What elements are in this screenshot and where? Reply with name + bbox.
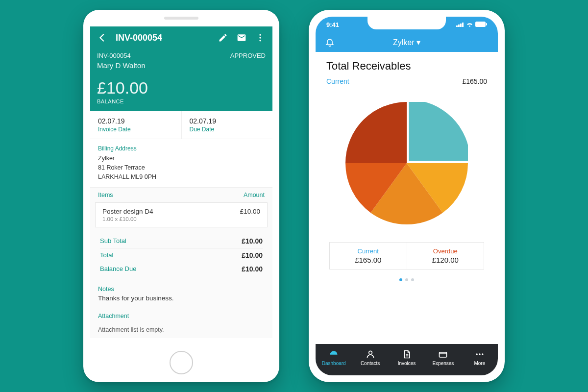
due-date-label: Due Date: [190, 126, 265, 133]
subtotal-label: Sub Total: [100, 237, 126, 245]
billing-line: LARKHALL ML9 0PH: [98, 172, 265, 182]
svg-point-11: [476, 353, 477, 355]
box-current[interactable]: Current £165.00: [330, 243, 407, 269]
back-icon[interactable]: [97, 32, 108, 43]
invoice-header: INV-000054 INV-000054 APPROVED Mary D Wa…: [90, 26, 272, 111]
tab-label: Invoices: [398, 361, 416, 366]
pie-svg: [345, 102, 468, 224]
page-title: Total Receivables: [326, 60, 487, 73]
ios-phone-frame: 9:41 Zylker ▾ Total Receivables Current …: [309, 10, 505, 382]
customer-name: Mary D Walton: [97, 61, 266, 70]
invoice-status: APPROVED: [230, 52, 266, 59]
attachment-empty: Attachment list is empty.: [90, 321, 272, 338]
item-name: Poster design D4: [102, 208, 153, 215]
mail-icon[interactable]: [236, 32, 247, 43]
svg-rect-10: [440, 352, 447, 357]
balance-label: BALANCE: [97, 98, 266, 104]
item-amount: £10.00: [240, 208, 260, 222]
items-header: Items Amount: [90, 188, 272, 202]
svg-point-9: [368, 351, 372, 354]
overflow-icon[interactable]: [255, 32, 266, 43]
total-amount: £10.00: [242, 251, 263, 259]
svg-rect-6: [462, 23, 464, 27]
svg-rect-3: [456, 25, 458, 27]
svg-point-2: [259, 40, 261, 41]
svg-rect-7: [475, 22, 486, 27]
total-label: Total: [100, 251, 113, 259]
android-phone-frame: INV-000054 INV-000054 APPROVED Mary D Wa…: [83, 10, 279, 382]
invoice-toolbar: INV-000054: [97, 32, 266, 43]
item-sub: 1.00 x £10.00: [102, 216, 153, 222]
subtotal-amount: £10.00: [242, 237, 263, 245]
box-overdue[interactable]: Overdue £120.00: [407, 243, 484, 269]
billing-line: Zylker: [98, 154, 265, 163]
svg-point-12: [479, 353, 480, 355]
invoice-date: 02.07.19: [98, 117, 173, 125]
status-time: 9:41: [326, 21, 339, 28]
tab-label: Dashboard: [322, 361, 346, 366]
tab-label: Contacts: [361, 361, 380, 366]
svg-point-13: [482, 353, 483, 355]
amount-label: Amount: [244, 192, 265, 198]
toolbar-title: INV-000054: [116, 33, 162, 43]
balance-amount: £10.00: [97, 78, 266, 98]
org-selector[interactable]: Zylker ▾: [393, 38, 420, 47]
invoice-date-label: Invoice Date: [98, 126, 173, 133]
svg-rect-4: [458, 24, 460, 27]
box-overdue-amount: £120.00: [409, 256, 482, 264]
line-item[interactable]: Poster design D4 1.00 x £10.00 £10.00: [95, 202, 268, 227]
balance-due-label: Balance Due: [100, 265, 136, 273]
receivables-summary: Current £165.00: [316, 74, 498, 87]
totals: Sub Total £10.00 Total £10.00 Balance Du…: [90, 227, 272, 279]
svg-point-0: [259, 34, 261, 36]
notch: [368, 17, 446, 29]
tab-label: More: [474, 361, 485, 366]
ios-screen: 9:41 Zylker ▾ Total Receivables Current …: [316, 17, 498, 375]
invoice-meta: INV-000054 APPROVED Mary D Walton £10.00…: [97, 52, 266, 104]
billing-line: 81 Roker Terrace: [98, 163, 265, 172]
tab-invoices[interactable]: Invoices: [389, 344, 425, 371]
svg-rect-5: [460, 24, 462, 27]
signal-icon: [456, 21, 464, 28]
billing-address: Billing Address Zylker 81 Roker Terrace …: [90, 139, 272, 188]
attachment-label: Attachment: [90, 306, 272, 321]
edit-icon[interactable]: [218, 32, 228, 43]
notes-text: Thanks for your business.: [90, 294, 272, 306]
receivables-boxes: Current £165.00 Overdue £120.00: [329, 242, 484, 270]
due-date: 02.07.19: [190, 117, 265, 125]
notes-label: Notes: [90, 279, 272, 294]
current-amount: £165.00: [462, 77, 487, 85]
tab-expenses[interactable]: Expenses: [425, 344, 461, 371]
invoice-dates: 02.07.19 Invoice Date 02.07.19 Due Date: [90, 111, 272, 139]
tab-more[interactable]: More: [462, 344, 498, 371]
current-label: Current: [326, 77, 349, 85]
box-overdue-label: Overdue: [409, 247, 482, 255]
ios-header: Zylker ▾: [316, 32, 498, 52]
box-current-label: Current: [332, 247, 405, 255]
wifi-icon: [466, 21, 473, 28]
tab-dashboard[interactable]: Dashboard: [316, 344, 352, 371]
tab-contacts[interactable]: Contacts: [352, 344, 388, 371]
tab-label: Expenses: [432, 361, 454, 366]
bell-icon[interactable]: [324, 37, 335, 48]
svg-point-1: [259, 37, 261, 38]
billing-label: Billing Address: [98, 144, 265, 153]
android-screen: INV-000054 INV-000054 APPROVED Mary D Wa…: [90, 26, 272, 358]
battery-icon: [475, 21, 487, 28]
ios-tabbar: Dashboard Contacts Invoices Expenses Mor…: [316, 344, 498, 375]
svg-rect-8: [486, 23, 487, 25]
items-label: Items: [98, 192, 113, 198]
invoice-number: INV-000054: [97, 52, 131, 59]
page-indicator: [316, 278, 498, 281]
balance-due-amount: £10.00: [242, 265, 263, 273]
invoice-body: 02.07.19 Invoice Date 02.07.19 Due Date …: [90, 111, 272, 338]
receivables-pie-chart: [316, 87, 498, 238]
box-current-amount: £165.00: [332, 256, 405, 264]
